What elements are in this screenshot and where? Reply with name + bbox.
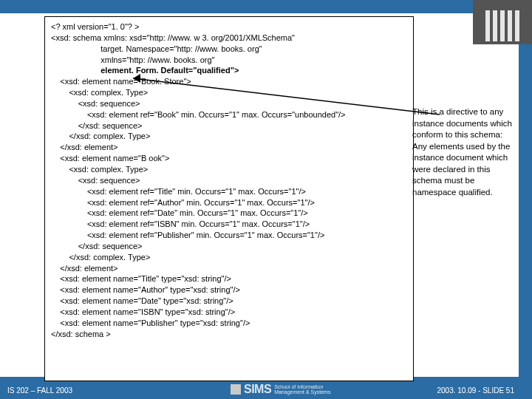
logo-square-icon (231, 384, 241, 395)
annotation-text: This is a directive to any instance docu… (412, 106, 516, 198)
code-line: <? xml version="1. 0"? > <xsd: schema xm… (51, 21, 407, 339)
footer-slide-number: 2003. 10.09 - SLIDE 51 (437, 386, 514, 395)
xml-schema-code-block: <? xml version="1. 0"? > <xsd: schema xm… (44, 16, 414, 381)
logo-text-sims: SIMS (244, 383, 271, 396)
logo-subline-2: Management & Systems (274, 389, 330, 395)
logo-subline-1: School of Information (274, 384, 330, 389)
sims-logo: SIMS School of Information Management & … (231, 383, 330, 396)
slide: <? xml version="1. 0"? > <xsd: schema xm… (0, 0, 532, 399)
decorative-building-image (473, 0, 532, 44)
footer-course-label: IS 202 – FALL 2003 (7, 386, 72, 395)
